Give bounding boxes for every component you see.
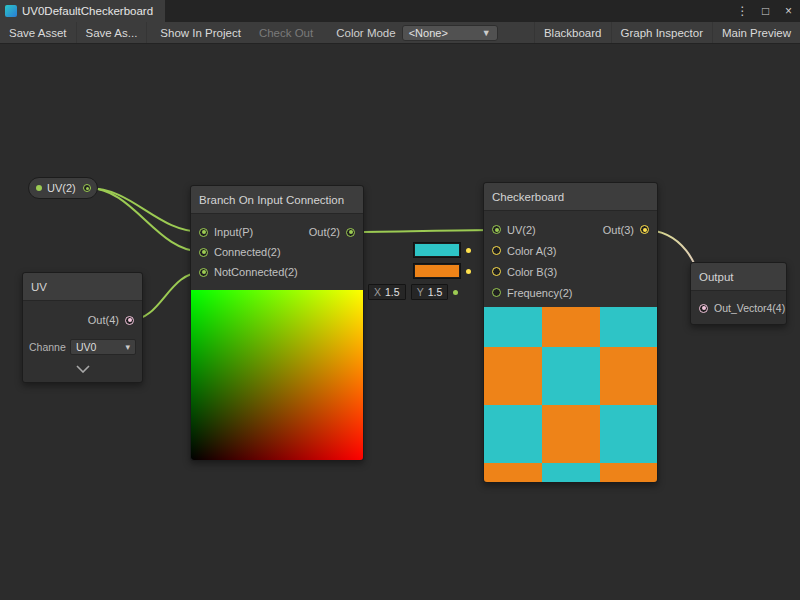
port-row: NotConnected(2) [191,262,298,282]
checkerboard-out-label: Out(3) [603,224,634,236]
port-row: UV(2) [484,219,572,240]
color-a-connector-dot-icon [466,248,471,253]
uv-out-label: Out(4) [88,314,119,326]
chevron-down-icon: ▾ [125,342,130,352]
uv-channel-dropdown[interactable]: UV0 ▾ [70,339,136,355]
shader-graph-icon [5,5,17,17]
checkerboard-color-b-label: Color B(3) [507,266,557,278]
checkerboard-uv-port[interactable] [492,225,501,234]
branch-input-label: Input(P) [214,226,253,238]
checkerboard-color-a-label: Color A(3) [507,245,557,257]
port-row: Frequency(2) [484,282,572,303]
color-b-connector-dot-icon [466,269,471,274]
port-row: Color B(3) [484,261,572,282]
uv-channel-row: Channel UV0 ▾ [23,338,142,356]
checkerboard-input-ports: UV(2) Color A(3) Color B(3) Frequency(2) [484,219,572,303]
edge-branch-to-checkerboard[interactable] [350,230,496,232]
graph-inspector-toggle-button[interactable]: Graph Inspector [611,22,712,43]
color-b-swatch-field[interactable] [413,263,461,279]
port-row: Out(3) [603,219,657,240]
checkerboard-node[interactable]: Checkerboard UV(2) Color A(3) Color B(3) [483,182,658,483]
frequency-x-label: X [374,286,381,298]
show-in-project-button[interactable]: Show In Project [151,22,250,43]
uv-node[interactable]: UV Out(4) Channel UV0 ▾ [22,272,143,383]
branch-node-preview [191,290,363,460]
checkerboard-color-a-port[interactable] [492,246,501,255]
uv-node-title[interactable]: UV [23,273,142,301]
checkerboard-color-b-port[interactable] [492,267,501,276]
edge-uvpill-to-branch-connected[interactable] [88,188,203,252]
uv-channel-label: Channel [29,341,66,353]
output-node[interactable]: Output Out_Vector4(4) [690,262,787,325]
window-close-icon[interactable]: × [777,0,800,22]
frequency-y-value: 1.5 [428,286,443,298]
port-row: Out(2) [309,222,363,242]
save-asset-button[interactable]: Save Asset [0,22,77,43]
frequency-connector-dot-icon [453,290,458,295]
checkerboard-output-ports: Out(3) [603,219,657,303]
output-node-title[interactable]: Output [691,263,786,291]
branch-input-ports: Input(P) Connected(2) NotConnected(2) [191,222,298,282]
branch-output-ports: Out(2) [309,222,363,282]
color-b-widget [413,263,471,279]
frequency-widget: X 1.5 Y 1.5 [368,284,458,300]
uv-out-port[interactable] [125,316,134,325]
window-controls: ⋮ □ × [731,0,800,22]
port-row: Input(P) [191,222,298,242]
color-mode-value: <None> [409,27,448,39]
branch-node-title[interactable]: Branch On Input Connection [191,186,363,214]
branch-notconnected-port[interactable] [199,268,208,277]
graph-toolbar: Save Asset Save As... Show In Project Ch… [0,22,800,44]
branch-connected-port[interactable] [199,248,208,257]
graph-canvas[interactable]: UV(2) Branch On Input Connection Input(P… [0,44,800,600]
uv-node-output-row: Out(4) [23,310,142,330]
port-row: Connected(2) [191,242,298,262]
window-tab-bar: UV0DefaultCheckerboard ⋮ □ × [0,0,800,22]
edge-uvpill-to-branch-input[interactable] [88,188,203,232]
checkerboard-node-title[interactable]: Checkerboard [484,183,657,211]
main-preview-toggle-button[interactable]: Main Preview [712,22,800,43]
branch-out-port[interactable] [346,228,355,237]
chevron-down-icon [75,365,91,373]
branch-node[interactable]: Branch On Input Connection Input(P) Conn… [190,185,364,461]
blackboard-toggle-button[interactable]: Blackboard [534,22,611,43]
checkerboard-preview [484,307,657,482]
uv-property-label: UV(2) [47,182,76,194]
checkerboard-out-port[interactable] [640,225,649,234]
uv-property-output-port[interactable] [83,184,91,192]
graph-tab[interactable]: UV0DefaultCheckerboard [0,0,165,22]
branch-connected-label: Connected(2) [214,246,281,258]
color-mode-label: Color Mode [322,27,401,39]
branch-input-port[interactable] [199,228,208,237]
exposed-property-dot-icon [36,185,42,191]
window-menu-icon[interactable]: ⋮ [731,0,754,22]
color-b-swatch [415,265,459,277]
color-a-widget [413,242,471,258]
frequency-y-field[interactable]: Y 1.5 [411,284,449,300]
port-row: Out_Vector4(4) [691,298,785,318]
color-a-swatch [415,244,459,256]
uv-property-pill[interactable]: UV(2) [28,177,98,199]
uv-node-expand-preview-button[interactable] [23,360,142,378]
output-vector4-port[interactable] [699,304,708,313]
branch-out-label: Out(2) [309,226,340,238]
output-input-ports: Out_Vector4(4) [691,298,785,318]
chevron-down-icon: ▼ [482,28,491,38]
frequency-x-value: 1.5 [385,286,400,298]
uv-channel-value: UV0 [76,341,96,353]
window-maximize-icon[interactable]: □ [754,0,777,22]
check-out-button: Check Out [250,22,322,43]
tab-title: UV0DefaultCheckerboard [22,5,153,17]
branch-notconnected-label: NotConnected(2) [214,266,298,278]
checkerboard-frequency-port[interactable] [492,288,501,297]
toolbar-right-group: Blackboard Graph Inspector Main Preview [534,22,800,43]
color-mode-dropdown[interactable]: <None> ▼ [402,25,498,41]
port-row: Color A(3) [484,240,572,261]
frequency-x-field[interactable]: X 1.5 [368,284,406,300]
save-as-button[interactable]: Save As... [77,22,148,43]
checkerboard-uv-label: UV(2) [507,224,536,236]
color-a-swatch-field[interactable] [413,242,461,258]
output-vector4-label: Out_Vector4(4) [714,302,785,314]
frequency-y-label: Y [417,286,424,298]
checkerboard-frequency-label: Frequency(2) [507,287,572,299]
